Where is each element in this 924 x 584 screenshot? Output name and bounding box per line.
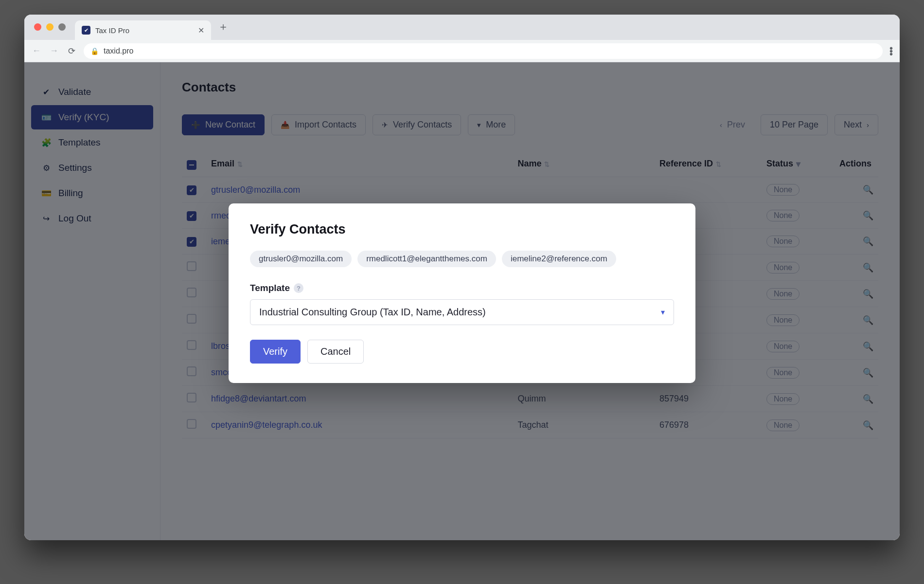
selected-contacts-chips: gtrusler0@mozilla.comrmedlicott1@elegant… (250, 251, 674, 267)
template-field-label: Template ? (250, 283, 674, 293)
tab-close-icon[interactable]: ✕ (198, 26, 204, 35)
cancel-button[interactable]: Cancel (307, 340, 364, 364)
browser-menu-icon[interactable]: ••• (889, 47, 893, 55)
lock-icon: 🔒 (90, 47, 99, 55)
browser-addressbar: ← → ⟳ 🔒 taxid.pro ••• (24, 40, 900, 62)
template-select[interactable]: Industrial Consulting Group (Tax ID, Nam… (250, 299, 674, 325)
verify-contacts-modal: Verify Contacts gtrusler0@mozilla.comrme… (229, 203, 695, 383)
app-root: ✔Validate🪪Verify (KYC)🧩Templates⚙Setting… (24, 62, 900, 540)
url-field[interactable]: 🔒 taxid.pro (84, 43, 883, 59)
modal-actions: Verify Cancel (250, 340, 674, 364)
url-text: taxid.pro (104, 47, 133, 55)
nav-forward-icon[interactable]: → (49, 46, 59, 56)
window-controls (34, 23, 66, 31)
modal-title: Verify Contacts (250, 222, 674, 237)
browser-window: ✔ Tax ID Pro ✕ ＋ ← → ⟳ 🔒 taxid.pro ••• ✔… (24, 15, 900, 540)
contact-chip[interactable]: iemeline2@reference.com (502, 251, 616, 267)
nav-back-icon[interactable]: ← (31, 46, 42, 56)
browser-tab[interactable]: ✔ Tax ID Pro ✕ (75, 20, 211, 40)
contact-chip[interactable]: rmedlicott1@elegantthemes.com (357, 251, 496, 267)
new-tab-button[interactable]: ＋ (218, 19, 229, 34)
chevron-down-icon: ▾ (661, 308, 665, 317)
nav-reload-icon[interactable]: ⟳ (66, 46, 77, 56)
tab-title: Tax ID Pro (95, 26, 193, 35)
help-icon[interactable]: ? (294, 283, 303, 293)
verify-button[interactable]: Verify (250, 340, 301, 364)
window-close[interactable] (34, 23, 41, 31)
window-maximize[interactable] (58, 23, 66, 31)
window-minimize[interactable] (46, 23, 53, 31)
contact-chip[interactable]: gtrusler0@mozilla.com (250, 251, 352, 267)
browser-tabbar: ✔ Tax ID Pro ✕ ＋ (24, 15, 900, 40)
favicon: ✔ (82, 26, 90, 35)
template-select-value: Industrial Consulting Group (Tax ID, Nam… (259, 307, 486, 318)
